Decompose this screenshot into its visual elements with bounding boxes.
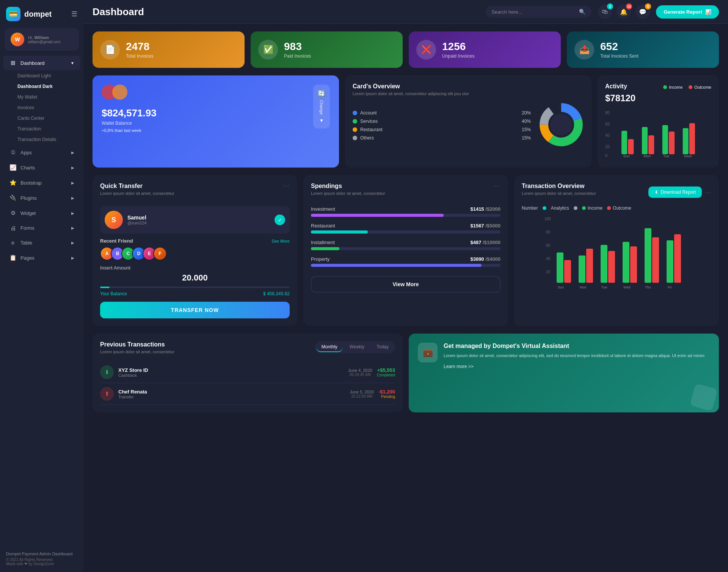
- wallet-card: $824,571.93 Wallet Balance +0,8% than la…: [93, 75, 339, 168]
- bottom-row: Quick Transfer Lorem ipsum dolor sit ame…: [93, 175, 719, 326]
- sub-dashboard-dark[interactable]: Dashboard Dark: [0, 81, 83, 92]
- bell-button[interactable]: 🔔 12: [617, 5, 631, 19]
- services-dot: [353, 119, 357, 124]
- chat-button[interactable]: 💬 8: [635, 5, 650, 19]
- unpaid-icon: ❌: [416, 40, 436, 60]
- number-badge: Number: [522, 205, 538, 211]
- search-box[interactable]: 🔍: [485, 6, 592, 18]
- change-button[interactable]: 🔄 Change ▼: [313, 85, 330, 129]
- sidebar-item-apps[interactable]: ① Apps ▶: [3, 145, 80, 160]
- svg-rect-37: [667, 240, 673, 283]
- outcome-dot: [689, 85, 692, 89]
- footer-made: Made with ❤ by DesignZone: [6, 562, 77, 566]
- tab-today[interactable]: Today: [371, 342, 394, 352]
- page-title: Dashboard: [93, 6, 144, 18]
- account-dot: [353, 111, 357, 115]
- to-dots-menu[interactable]: ···: [705, 190, 711, 195]
- mid-row: $824,571.93 Wallet Balance +0,8% than la…: [93, 75, 719, 168]
- table-row: ⬆ Chef Renata Transfer June 5, 2020 10:2…: [100, 383, 395, 405]
- table-row: ⬇ XYZ Store ID Cashback June 4, 2020 05:…: [100, 362, 395, 383]
- search-input[interactable]: [491, 9, 576, 15]
- recent-friends: Recent Friend See More A B C D E F: [100, 238, 290, 260]
- balance-label: Your Balance: [100, 291, 127, 296]
- logo-icon: 💳: [6, 7, 20, 21]
- hamburger-icon[interactable]: ☰: [71, 10, 77, 18]
- cards-overview-subtitle: Lorem ipsum dolor sit amet, consectetur …: [353, 91, 584, 96]
- total-sent-label: Total Invoices Sent: [600, 53, 711, 59]
- spendings-dots-menu[interactable]: ···: [494, 183, 500, 188]
- wallet-amount: $824,571.93: [102, 107, 157, 119]
- amount-label: Insert Amount: [100, 265, 290, 271]
- transfer-check-icon: ✓: [275, 215, 285, 225]
- bell-badge: 12: [626, 3, 632, 9]
- sidebar-item-label: Widget: [20, 210, 36, 216]
- sidebar-item-plugins[interactable]: 🔌 Plugins ▶: [3, 191, 80, 205]
- transfer-now-button[interactable]: TRANSFER NOW: [100, 302, 290, 318]
- plugins-icon: 🔌: [9, 194, 17, 201]
- view-more-button[interactable]: View More: [311, 276, 500, 293]
- transaction-overview-card: Transaction Overview Lorem ipsum dolor s…: [514, 175, 719, 326]
- sidebar-item-widget[interactable]: ⚙ Widget ▶: [3, 206, 80, 220]
- cart-badge: 2: [607, 3, 613, 9]
- table-icon: ≡: [9, 240, 17, 246]
- svg-rect-15: [669, 132, 675, 154]
- tab-weekly[interactable]: Weekly: [344, 342, 370, 352]
- sub-invoices[interactable]: Invoices: [0, 102, 83, 113]
- spending-installment: Installment $487 /$10000: [311, 240, 500, 250]
- sub-cards-center[interactable]: Cards Center: [0, 113, 83, 124]
- va-learn-more[interactable]: Learn more >>: [444, 364, 474, 369]
- svg-rect-35: [645, 228, 651, 283]
- invoice-icon: 📄: [100, 40, 120, 60]
- income-badge: Income: [582, 205, 602, 211]
- sub-dashboard-light[interactable]: Dashboard Light: [0, 71, 83, 81]
- tab-monthly[interactable]: Monthly: [316, 342, 343, 352]
- sidebar-item-table[interactable]: ≡ Table ▶: [3, 236, 80, 250]
- sidebar-item-dashboard[interactable]: ⊞ Dashboard ▼: [3, 56, 80, 70]
- spendings-subtitle: Lorem ipsum dolor sit amet, consectetur: [311, 191, 385, 196]
- wallet-change: +0,8% than last week: [102, 128, 157, 133]
- sidebar-item-forms[interactable]: 🖨 Forms ▶: [3, 221, 80, 235]
- bootstrap-icon: ⭐: [9, 179, 17, 186]
- activity-legend: Income Outcome: [663, 85, 711, 89]
- download-report-button[interactable]: ⬇ Download Report: [648, 186, 702, 198]
- wallet-label: Wallet Balance: [102, 121, 157, 126]
- sidebar-item-charts[interactable]: 📈 Charts ▶: [3, 160, 80, 175]
- sidebar-item-bootstrap[interactable]: ⭐ Bootstrap ▶: [3, 176, 80, 190]
- dots-menu-icon[interactable]: ···: [283, 183, 290, 188]
- tx-time-1: 05:34:45 AM: [348, 373, 372, 377]
- pie-chart: [538, 102, 584, 149]
- tx-type-2: Transfer: [118, 395, 345, 399]
- sidebar-item-pages[interactable]: 📋 Pages ▶: [3, 251, 80, 265]
- svg-text:60: 60: [605, 122, 610, 126]
- total-sent-number: 652: [600, 41, 711, 53]
- svg-rect-16: [683, 128, 689, 154]
- chevron-right-icon: ▶: [71, 226, 74, 230]
- sub-transaction[interactable]: Transaction: [0, 124, 83, 134]
- chevron-right-icon: ▶: [71, 211, 74, 215]
- paid-invoices-label: Paid Invoices: [284, 53, 395, 59]
- transaction-list: ⬇ XYZ Store ID Cashback June 4, 2020 05:…: [100, 362, 395, 405]
- svg-text:Fri: Fri: [668, 285, 672, 289]
- transfer-avatar: S: [105, 211, 123, 229]
- transfer-name: Samuel: [127, 215, 270, 221]
- amount-value: 20.000: [100, 273, 290, 283]
- generate-report-button[interactable]: Generate Report 📊: [656, 5, 719, 19]
- analytics-dot: [543, 206, 546, 210]
- change-label: Change: [319, 100, 324, 115]
- va-decoration: [690, 383, 717, 411]
- outcome-badge: Outcome: [607, 205, 631, 211]
- header-icons: 🛍 2 🔔 12 💬 8: [598, 5, 650, 19]
- svg-text:40: 40: [546, 257, 551, 261]
- svg-rect-12: [642, 127, 648, 154]
- user-name: William: [35, 35, 49, 40]
- activity-title: Activity: [605, 83, 627, 90]
- svg-rect-13: [648, 135, 654, 154]
- sub-my-wallet[interactable]: My Wallet: [0, 92, 83, 102]
- cart-button[interactable]: 🛍 2: [598, 5, 612, 19]
- svg-text:Tue: Tue: [663, 154, 669, 158]
- see-more-link[interactable]: See More: [271, 239, 290, 243]
- sub-transaction-details[interactable]: Transaction Details: [0, 134, 83, 145]
- chart-legend: Account 20% Services 40%: [353, 110, 531, 141]
- svg-rect-31: [601, 245, 607, 283]
- svg-rect-27: [557, 252, 563, 283]
